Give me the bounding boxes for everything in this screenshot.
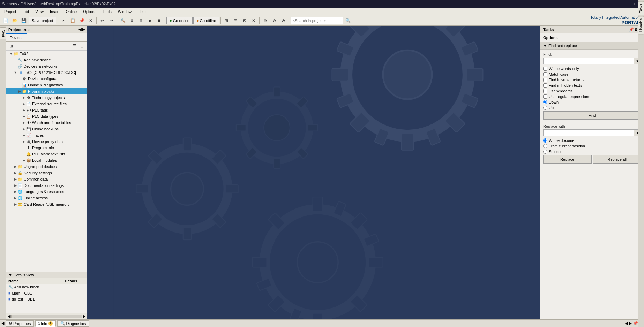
tree-item-ex02-cpu[interactable]: ▼ 🖥 Ex02 [CPU 1215C DC/DC/DC] bbox=[6, 69, 87, 76]
start-sim-btn[interactable]: ▶ bbox=[146, 16, 154, 25]
find-input[interactable] bbox=[543, 58, 634, 64]
tree-root[interactable]: ▼ 📁 Ex02 bbox=[6, 51, 87, 57]
find-button[interactable]: Find bbox=[543, 111, 641, 120]
prog-btn[interactable]: ⊠ bbox=[240, 16, 249, 25]
btn8[interactable]: ⊖ bbox=[270, 16, 278, 25]
detail-row-0[interactable]: 🔧 Add new block bbox=[6, 284, 63, 290]
cut-btn[interactable]: ✂ bbox=[59, 16, 68, 25]
menu-online[interactable]: Online bbox=[63, 9, 80, 14]
tree-collapse-btn[interactable]: ◀ bbox=[78, 27, 81, 32]
tree-item-program-blocks[interactable]: ▶ 📁 Program blocks bbox=[6, 88, 87, 94]
scroll-left-btn[interactable]: ◀ bbox=[8, 314, 10, 319]
tree-item-watch-force[interactable]: ▶ 👁 Watch and force tables bbox=[6, 120, 87, 126]
search-input[interactable] bbox=[291, 17, 343, 24]
tree-item-ext-source[interactable]: ▶ 📄 External source files bbox=[6, 101, 87, 107]
tree-item-online-access[interactable]: ▶ 🌐 Online access bbox=[6, 195, 87, 201]
tree-item-plc-data[interactable]: ▶ 📋 PLC data types bbox=[6, 113, 87, 120]
status-unpin-btn[interactable]: 📌 bbox=[633, 321, 638, 326]
menu-project[interactable]: Project bbox=[1, 9, 19, 14]
use-wildcards-checkbox[interactable] bbox=[543, 89, 547, 93]
maximize-btn[interactable]: □ bbox=[631, 1, 636, 6]
menu-help[interactable]: Help bbox=[135, 9, 149, 14]
tree-item-device-config[interactable]: ⚙ Device configuration bbox=[6, 76, 87, 82]
compile-btn[interactable]: 🔨 bbox=[119, 16, 127, 25]
detail-row-2[interactable]: ■ dbTest DB1 bbox=[6, 296, 63, 302]
diagnostics-tab[interactable]: 🔍 Diagnostics bbox=[57, 320, 89, 327]
tree-item-device-proxy[interactable]: ▶ 🔌 Device proxy data bbox=[6, 138, 87, 145]
expand-traces[interactable]: ▶ bbox=[22, 133, 26, 137]
expand-languages[interactable]: ▶ bbox=[13, 190, 17, 194]
expand-program-blocks[interactable]: ▶ bbox=[17, 89, 22, 93]
start-tab[interactable]: Start bbox=[0, 27, 6, 39]
download-btn[interactable]: ⬇ bbox=[128, 16, 136, 25]
expand-ungrouped[interactable]: ▶ bbox=[13, 165, 17, 169]
whole-doc-radio[interactable] bbox=[543, 138, 547, 143]
find-substructures-checkbox[interactable] bbox=[543, 78, 547, 82]
tree-item-ungrouped[interactable]: ▶ 📁 Ungrouped devices bbox=[6, 164, 87, 170]
expand-common-data[interactable]: ▶ bbox=[13, 177, 17, 181]
go-offline-btn[interactable]: ● Go offline bbox=[193, 17, 219, 24]
tree-item-traces[interactable]: ▶ 📈 Traces bbox=[6, 132, 87, 138]
btn7[interactable]: ⊕ bbox=[261, 16, 269, 25]
tasks-side-tab[interactable]: Tasks bbox=[638, 1, 644, 15]
expand-plc-data[interactable]: ▶ bbox=[22, 114, 26, 119]
paste-btn[interactable]: 📌 bbox=[77, 16, 86, 25]
find-replace-header[interactable]: ▼ Find and replace bbox=[540, 42, 644, 50]
delete-btn[interactable]: ✕ bbox=[87, 16, 95, 25]
menu-window[interactable]: Window bbox=[115, 9, 134, 14]
minimize-btn[interactable]: ─ bbox=[624, 1, 629, 6]
tree-item-languages[interactable]: ▶ 🌐 Languages & resources bbox=[6, 189, 87, 195]
use-regex-checkbox[interactable] bbox=[543, 94, 547, 99]
tree-item-tech-objects[interactable]: ▶ ⚙ Technology objects bbox=[6, 94, 87, 101]
menu-view[interactable]: View bbox=[32, 9, 46, 14]
tree-item-local-modules[interactable]: ▶ 📦 Local modules bbox=[6, 157, 87, 164]
tree-sort-btn[interactable]: ⊟ bbox=[78, 43, 85, 50]
tasks-pin-btn[interactable]: 📌 bbox=[629, 27, 634, 32]
status-left-arrow[interactable]: ◀ bbox=[1, 321, 4, 326]
simatic-btn[interactable]: ⊞ bbox=[222, 16, 231, 25]
expand-tech-objects[interactable]: ▶ bbox=[22, 96, 26, 100]
btn9[interactable]: ⊗ bbox=[279, 16, 287, 25]
x-btn[interactable]: ✕ bbox=[249, 16, 258, 25]
tree-content[interactable]: ▼ 📁 Ex02 🔧 Add new device 🔗 Devices & ne… bbox=[6, 51, 87, 272]
expand-plc-tags[interactable]: ▶ bbox=[22, 108, 26, 112]
scroll-right-btn[interactable]: ▶ bbox=[83, 314, 85, 319]
up-radio[interactable] bbox=[543, 106, 547, 110]
menu-edit[interactable]: Edit bbox=[20, 9, 32, 14]
save-project-btn[interactable]: Save project bbox=[29, 17, 56, 24]
libraries-side-tab[interactable]: Libraries bbox=[638, 16, 644, 34]
expand-device-proxy[interactable]: ▶ bbox=[22, 139, 26, 144]
status-nav-btn-1[interactable]: ◀ bbox=[625, 321, 628, 326]
tree-item-security[interactable]: ▶ 🔒 Security settings bbox=[6, 170, 87, 176]
menu-insert[interactable]: Insert bbox=[47, 9, 62, 14]
expand-card-reader[interactable]: ▶ bbox=[13, 202, 17, 206]
tree-view-btn[interactable]: ☰ bbox=[71, 43, 78, 50]
status-nav-btn-2[interactable]: ▶ bbox=[629, 321, 632, 326]
find-hidden-checkbox[interactable] bbox=[543, 83, 547, 88]
tree-item-devices-networks[interactable]: 🔗 Devices & networks bbox=[6, 63, 87, 69]
undo-btn[interactable]: ↩ bbox=[98, 16, 106, 25]
copy-btn[interactable]: 📋 bbox=[68, 16, 77, 25]
expand-online-access[interactable]: ▶ bbox=[13, 196, 17, 200]
expand-online-backup[interactable]: ▶ bbox=[22, 127, 26, 131]
replace-all-button[interactable]: Replace all bbox=[593, 155, 642, 164]
properties-tab[interactable]: ⚙ Properties bbox=[6, 320, 34, 327]
replace-button[interactable]: Replace bbox=[543, 155, 592, 164]
stop-sim-btn[interactable]: ⏹ bbox=[155, 16, 163, 25]
new-btn[interactable]: 📄 bbox=[1, 16, 10, 25]
expand-ext-source[interactable]: ▶ bbox=[22, 102, 26, 106]
replace-input[interactable] bbox=[543, 129, 634, 136]
detail-row-1[interactable]: ■ Main OB1 bbox=[6, 290, 63, 296]
go-online-btn[interactable]: ● Go online bbox=[166, 17, 193, 24]
down-radio[interactable] bbox=[543, 100, 547, 104]
expand-watch-force[interactable]: ▶ bbox=[22, 121, 26, 125]
whole-words-checkbox[interactable] bbox=[543, 67, 547, 71]
details-header[interactable]: ▼ Details view bbox=[6, 272, 87, 278]
tree-item-program-info[interactable]: ℹ Program info bbox=[6, 145, 87, 151]
expand-security[interactable]: ▶ bbox=[13, 171, 17, 175]
tree-item-plc-tags[interactable]: ▶ 🏷 PLC tags bbox=[6, 107, 87, 113]
project-tree-controls[interactable]: ◀ ▶ bbox=[78, 27, 85, 32]
root-expand[interactable]: ▼ bbox=[9, 52, 13, 56]
tasks-float-btn[interactable]: ⧉ bbox=[635, 27, 637, 32]
redo-btn[interactable]: ↪ bbox=[107, 16, 115, 25]
